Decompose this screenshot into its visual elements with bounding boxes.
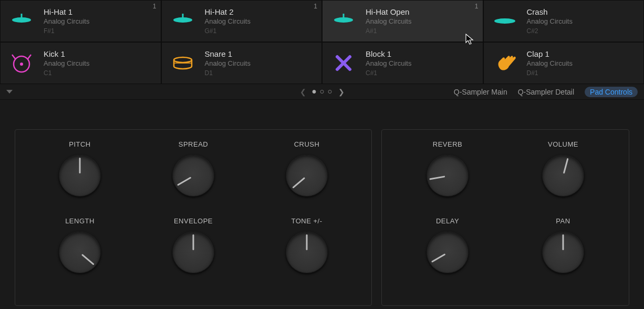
pad-grid: Hi-Hat 1 Analog Circuits F#1 1 Hi-Hat 2 … <box>0 0 644 84</box>
tab-bar: ❮ ❯ Q-Sampler MainQ-Sampler DetailPad Co… <box>0 84 644 100</box>
pad-note: G#1 <box>205 27 316 35</box>
knob-delay: DELAY <box>392 217 503 291</box>
hihat-icon <box>168 6 198 36</box>
tab-q-sampler-detail[interactable]: Q-Sampler Detail <box>518 88 574 96</box>
pad-title: Hi-Hat 2 <box>205 7 316 16</box>
knob-crush: CRUSH <box>253 140 361 214</box>
svg-rect-5 <box>343 14 345 18</box>
snare-icon <box>168 48 198 78</box>
pad-title: Kick 1 <box>44 49 154 58</box>
pad-note: D#1 <box>527 69 638 77</box>
knob-dial[interactable] <box>59 154 101 197</box>
page-dot[interactable] <box>313 90 316 94</box>
pad-subtitle: Analog Circuits <box>44 59 154 67</box>
pad-text: Crash Analog Circuits C#2 <box>527 7 638 35</box>
tab-q-sampler-main[interactable]: Q-Sampler Main <box>454 88 507 96</box>
svg-point-2 <box>173 17 192 23</box>
knob-dial[interactable] <box>172 231 214 273</box>
block-icon <box>329 48 358 78</box>
knob-dial[interactable] <box>427 154 469 197</box>
clap-icon <box>490 48 520 78</box>
pad-badge: 1 <box>475 3 479 10</box>
pad-text: Clap 1 Analog Circuits D#1 <box>527 49 638 77</box>
pad-cell[interactable]: Clap 1 Analog Circuits D#1 <box>483 42 645 84</box>
pad-title: Clap 1 <box>527 49 638 58</box>
knob-dial[interactable] <box>59 231 101 273</box>
page-indicator: ❮ ❯ <box>300 88 345 96</box>
knob-label: SPREAD <box>179 140 208 148</box>
kick-icon <box>7 48 36 78</box>
crash-icon <box>490 6 520 36</box>
knob-dial[interactable] <box>542 154 584 197</box>
knob-label: TONE +/- <box>291 217 322 225</box>
knob-label: ENVELOPE <box>174 217 213 225</box>
pad-note: A#1 <box>366 27 476 35</box>
disclosure-triangle-icon[interactable] <box>6 90 13 94</box>
knob-reverb: REVERB <box>392 140 503 214</box>
pad-subtitle: Analog Circuits <box>205 59 316 67</box>
pad-title: Hi-Hat 1 <box>44 7 154 16</box>
pad-cell[interactable]: Kick 1 Analog Circuits C1 <box>0 42 161 84</box>
hihat-icon <box>329 6 358 36</box>
knob-dial[interactable] <box>286 154 328 197</box>
pad-subtitle: Analog Circuits <box>44 17 154 25</box>
pad-text: Kick 1 Analog Circuits C1 <box>44 49 154 77</box>
pad-title: Snare 1 <box>205 49 316 58</box>
pad-text: Hi-Hat 2 Analog Circuits G#1 <box>205 7 316 35</box>
page-dot[interactable] <box>328 90 332 94</box>
pad-cell[interactable]: Hi-Hat 2 Analog Circuits G#1 1 <box>161 0 323 42</box>
knob-pitch: PITCH <box>26 140 134 214</box>
knob-dial[interactable] <box>542 231 584 273</box>
pad-text: Block 1 Analog Circuits C#1 <box>366 49 476 77</box>
knob-length: LENGTH <box>26 217 134 291</box>
svg-rect-3 <box>182 14 183 18</box>
svg-line-8 <box>12 55 15 59</box>
knob-volume: VOLUME <box>508 140 618 214</box>
knob-dial[interactable] <box>286 231 328 273</box>
knob-label: VOLUME <box>548 140 578 148</box>
pad-cell[interactable]: Block 1 Analog Circuits C#1 <box>322 42 483 84</box>
pad-text: Hi-Hat Open Analog Circuits A#1 <box>366 7 476 35</box>
pad-text: Hi-Hat 1 Analog Circuits F#1 <box>44 7 154 35</box>
hihat-icon <box>7 6 36 36</box>
knob-label: PAN <box>556 217 570 225</box>
pad-subtitle: Analog Circuits <box>527 17 638 25</box>
knob-dial[interactable] <box>427 231 469 273</box>
svg-point-0 <box>12 17 31 23</box>
pad-title: Crash <box>527 7 638 16</box>
svg-point-11 <box>174 57 192 63</box>
pad-note: C#1 <box>366 69 476 77</box>
svg-point-6 <box>494 18 515 24</box>
svg-rect-1 <box>21 14 23 18</box>
knob-label: LENGTH <box>65 217 95 225</box>
knob-label: DELAY <box>436 217 459 225</box>
knob-spread: SPREAD <box>139 140 247 214</box>
next-page-chevron-icon[interactable]: ❯ <box>338 88 345 96</box>
knob-dial[interactable] <box>172 154 214 197</box>
pad-badge: 1 <box>153 3 157 10</box>
pad-note: C1 <box>44 69 154 77</box>
pad-cell[interactable]: Hi-Hat 1 Analog Circuits F#1 1 <box>0 0 161 42</box>
knob-label: PITCH <box>69 140 91 148</box>
pad-subtitle: Analog Circuits <box>205 17 316 25</box>
pad-title: Block 1 <box>366 49 476 58</box>
pad-cell[interactable]: Snare 1 Analog Circuits D1 <box>161 42 323 84</box>
pad-cell[interactable]: Crash Analog Circuits C#2 <box>483 0 645 42</box>
tab-pad-controls[interactable]: Pad Controls <box>585 87 638 97</box>
prev-page-chevron-icon[interactable]: ❮ <box>300 88 306 96</box>
knob-label: REVERB <box>433 140 462 148</box>
pad-note: D1 <box>205 69 316 77</box>
pad-badge: 1 <box>314 3 317 10</box>
pad-subtitle: Analog Circuits <box>366 17 476 25</box>
page-dot[interactable] <box>320 90 324 94</box>
pad-note: C#2 <box>527 27 638 35</box>
panel-right: REVERB VOLUME DELAY PAN <box>381 129 629 306</box>
pad-subtitle: Analog Circuits <box>527 59 638 67</box>
pad-title: Hi-Hat Open <box>366 7 476 16</box>
pad-cell[interactable]: Hi-Hat Open Analog Circuits A#1 1 <box>322 0 483 42</box>
svg-line-9 <box>28 55 31 59</box>
knob-envelope: ENVELOPE <box>139 217 247 291</box>
pad-text: Snare 1 Analog Circuits D1 <box>205 49 316 77</box>
knob-tone-: TONE +/- <box>253 217 361 291</box>
knob-pan: PAN <box>508 217 618 291</box>
